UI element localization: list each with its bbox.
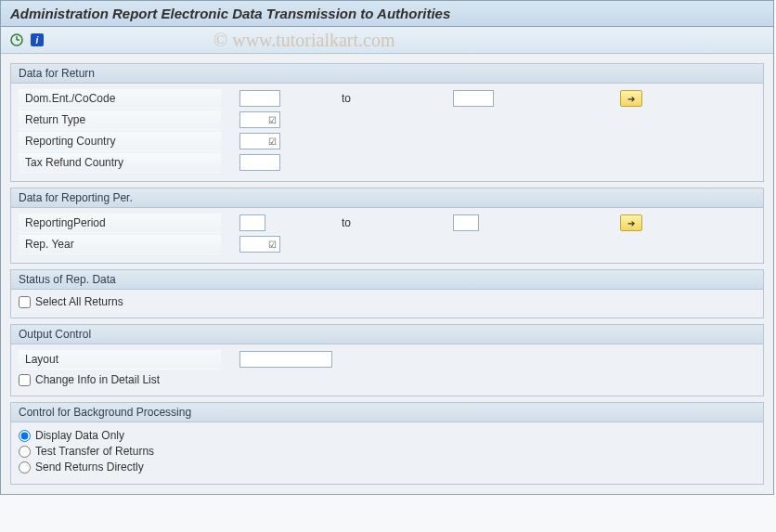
input-cocode-from[interactable] bbox=[239, 90, 280, 107]
input-cocode-to[interactable] bbox=[453, 90, 494, 107]
radio-test-transfer[interactable]: Test Transfer of Returns bbox=[19, 445, 756, 458]
checkbox-change-info-detail-input[interactable] bbox=[19, 374, 31, 386]
execute-icon[interactable] bbox=[8, 32, 25, 48]
input-rep-year[interactable] bbox=[239, 236, 280, 253]
label-cocode: Dom.Ent./CoCode bbox=[19, 88, 221, 109]
page-title: Administration Report Electronic Data Tr… bbox=[1, 1, 773, 27]
label-to-cocode: to bbox=[323, 92, 453, 105]
radio-send-returns-label: Send Returns Directly bbox=[35, 461, 144, 474]
row-ryear: Rep. Year ☑ bbox=[19, 234, 756, 254]
radio-display-data-only[interactable]: Display Data Only bbox=[19, 429, 756, 442]
radio-display-data-only-label: Display Data Only bbox=[35, 429, 124, 442]
checkbox-change-info-detail-label: Change Info in Detail List bbox=[35, 373, 160, 386]
group-data-return: Data for Return Dom.Ent./CoCode to ➔ bbox=[10, 63, 764, 182]
label-rtype: Return Type bbox=[19, 110, 221, 130]
row-cocode: Dom.Ent./CoCode to ➔ bbox=[19, 88, 756, 109]
group-title-output: Output Control bbox=[11, 325, 763, 344]
checkbox-change-info-detail[interactable]: Change Info in Detail List bbox=[19, 373, 756, 386]
window-frame: Administration Report Electronic Data Tr… bbox=[0, 0, 774, 495]
arrow-right-icon: ➔ bbox=[627, 94, 635, 104]
group-title-status: Status of Rep. Data bbox=[11, 270, 763, 290]
input-return-type[interactable] bbox=[239, 111, 280, 128]
group-title-return: Data for Return bbox=[11, 64, 763, 84]
arrow-right-icon: ➔ bbox=[627, 218, 635, 228]
row-rcountry: Reporting Country ☑ bbox=[19, 131, 756, 151]
label-ryear: Rep. Year bbox=[19, 234, 221, 254]
group-title-period: Data for Reporting Per. bbox=[11, 188, 763, 208]
content-area: Data for Return Dom.Ent./CoCode to ➔ bbox=[1, 54, 773, 494]
radio-send-returns[interactable]: Send Returns Directly bbox=[19, 461, 756, 474]
input-reporting-period-to[interactable] bbox=[453, 214, 479, 231]
checkbox-select-all-returns-input[interactable] bbox=[19, 296, 31, 308]
row-rtype: Return Type ☑ bbox=[19, 110, 756, 130]
info-icon[interactable]: i bbox=[31, 33, 44, 46]
radio-send-returns-input[interactable] bbox=[19, 461, 31, 474]
toolbar: i bbox=[1, 27, 773, 54]
group-title-bg: Control for Background Processing bbox=[11, 403, 763, 422]
row-layout: Layout bbox=[19, 349, 756, 370]
checkbox-select-all-returns-label: Select All Returns bbox=[35, 295, 123, 308]
checkbox-select-all-returns[interactable]: Select All Returns bbox=[19, 295, 756, 308]
label-layout: Layout bbox=[19, 349, 221, 370]
input-reporting-country[interactable] bbox=[239, 133, 280, 149]
label-trefund: Tax Refund Country bbox=[19, 152, 221, 173]
label-to-period: to bbox=[323, 216, 453, 229]
row-trefund: Tax Refund Country bbox=[19, 152, 756, 173]
label-rcountry: Reporting Country bbox=[19, 131, 221, 151]
radio-test-transfer-input[interactable] bbox=[19, 446, 31, 458]
group-status: Status of Rep. Data Select All Returns bbox=[10, 269, 764, 318]
multiselect-cocode-button[interactable]: ➔ bbox=[620, 90, 642, 107]
row-rperiod: ReportingPeriod to ➔ bbox=[19, 213, 756, 233]
group-reporting-period: Data for Reporting Per. ReportingPeriod … bbox=[10, 188, 764, 264]
radio-test-transfer-label: Test Transfer of Returns bbox=[35, 445, 154, 458]
group-background-processing: Control for Background Processing Displa… bbox=[10, 402, 764, 485]
input-reporting-period-from[interactable] bbox=[239, 214, 265, 231]
multiselect-period-button[interactable]: ➔ bbox=[620, 214, 642, 231]
radio-display-data-only-input[interactable] bbox=[19, 430, 31, 442]
input-layout[interactable] bbox=[239, 351, 332, 368]
group-output-control: Output Control Layout Change Info in Det… bbox=[10, 324, 764, 396]
label-rperiod: ReportingPeriod bbox=[19, 213, 221, 233]
input-tax-refund-country[interactable] bbox=[239, 154, 280, 171]
